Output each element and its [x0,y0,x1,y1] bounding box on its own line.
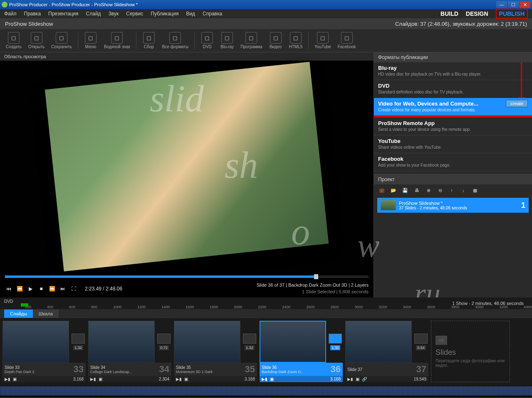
save-icon[interactable]: 💾 [401,187,409,194]
toolbar-Видео[interactable]: ◻Видео [267,30,285,51]
mode-design[interactable]: DESIGN [466,10,488,17]
menu-view[interactable]: Вид [186,11,195,17]
toolbar-Сохранить[interactable]: ◻Сохранить [49,30,74,51]
project-sub: 37 Slides - 2 minutes, 48.06 seconds [399,206,521,210]
play-icon[interactable]: ▶▮ [176,377,182,381]
print-icon[interactable]: 🖶 [413,187,421,194]
open-icon[interactable]: 📂 [390,187,397,194]
menu-file[interactable]: Файл [4,11,17,17]
toolbar-Программа[interactable]: ◻Программа [238,30,265,51]
slide-item[interactable]: 1.32Slide 33Depth Pan Dark 233▶▮▣3.168 [2,321,86,382]
transition-duration[interactable]: 1.32 [245,345,255,350]
menu-service[interactable]: Сервис [126,11,143,17]
ruler-summary: 1 Show - 2 minutes, 48.06 seconds [452,301,524,306]
rewind-button[interactable]: ⏪ [16,285,23,292]
first-button[interactable]: ⏮ [5,285,12,292]
toolbar-HTML5[interactable]: ◻HTML5 [287,30,305,51]
transition-icon[interactable] [157,334,171,344]
forward-button[interactable]: ⏩ [48,285,56,292]
play-icon[interactable]: ▶▮ [347,377,353,381]
slide-item[interactable]: 1.32Slide 36Backdrop Dark Zoom O..36▶▮▣3… [260,321,343,382]
slide-thumb[interactable] [174,321,240,363]
toolbar-Blu-ray[interactable]: ◻Blu-ray [218,30,236,51]
publish-item[interactable]: VimeoProduce and upload videos to Vimeo. [374,171,532,174]
grid-icon[interactable]: ▦ [471,187,479,194]
transition-duration[interactable]: 1.32 [330,345,340,350]
toolbar-icon: ◻ [85,32,97,44]
publish-item[interactable]: Video for Web, Devices and Compute...Cre… [374,98,532,116]
toolbar-DVD[interactable]: ◻DVD [198,30,216,51]
publish-item[interactable]: FacebookAdd your show to your Facebook p… [374,153,532,171]
briefcase-icon[interactable]: 💼 [378,187,386,194]
layers-icon[interactable]: ▣ [99,377,102,381]
mode-build[interactable]: BUILD [440,10,458,17]
publish-item[interactable]: Blu-rayHD video disc for playback on TVs… [374,62,532,80]
menu-sound[interactable]: Звук [109,11,119,17]
play-button[interactable]: ▶ [27,285,34,292]
menu-help[interactable]: Справка [203,11,222,17]
ruler: DVD 200400600800100012001400160018002000… [0,297,532,309]
transition-icon[interactable] [243,334,256,344]
layers-icon[interactable]: ▣ [184,377,188,381]
preview-canvas[interactable]: slid sh o [0,61,374,272]
toolbar-icon: ◻ [270,32,282,44]
slide-item[interactable]: 0.54Slide 3737▶▮▣🔗19.549 [345,321,428,382]
add-icon[interactable]: ⊕ [425,187,432,194]
minimize-button[interactable]: — [496,1,507,8]
play-icon[interactable]: ▶▮ [90,377,96,381]
toolbar-icon: ◻ [290,32,302,44]
publish-item[interactable]: ProShow Remote AppSend a video to your d… [374,118,532,135]
publish-item[interactable]: DVDStandard definition video disc for TV… [374,80,532,98]
toolbar-Открыть[interactable]: ◻Открыть [26,30,47,51]
transition-duration[interactable]: 0.72 [159,345,169,350]
play-icon[interactable]: ▶▮ [5,377,10,381]
toolbar-YouTube[interactable]: ◻YouTube [312,30,333,51]
transition-duration[interactable]: 0.54 [416,345,426,350]
toolbar-Сбор[interactable]: ◻Сбор [140,30,158,51]
preview-panel: Область просмотра slid sh o ⏮ ⏪ ▶ ■ ⏩ ⏭ … [0,52,374,297]
tab-slides[interactable]: Слайды [4,310,33,318]
tab-timeline[interactable]: Шкала [33,310,59,318]
menu-slide[interactable]: Слайд [86,11,101,17]
layers-icon[interactable]: ▣ [270,377,274,381]
slide-item[interactable]: 1.32Slide 35Momentum 3D 1 Dark35▶▮▣3.168 [174,321,257,382]
slide-thumb[interactable] [345,321,412,363]
toolbar-Водяной знак[interactable]: ◻Водяной знак [101,30,133,51]
toolbar-Все форматы[interactable]: ◻Все форматы [160,30,191,51]
slide-thumb[interactable] [88,321,155,363]
toolbar-Facebook[interactable]: ◻Facebook [335,30,359,51]
seek-bar[interactable] [5,275,369,278]
maximize-button[interactable]: ☐ [508,1,519,8]
publish-item[interactable]: YouTubeShare videos online with YouTube. [374,135,532,153]
stop-button[interactable]: ■ [37,285,45,292]
project-slide[interactable]: ProShow Slideshow * 37 Slides - 2 minute… [377,198,529,213]
play-icon[interactable]: ▶▮ [262,377,267,381]
drop-zone[interactable]: ABSlidesПеретащите сюда фотографию или в… [431,321,510,382]
mode-publish[interactable]: PUBLISH [496,9,528,19]
transport: ⏮ ⏪ ▶ ■ ⏩ ⏭ ⛶ 2:23.49 / 2:48.06 Slide 36… [0,280,374,297]
menu-publish[interactable]: Публикация [151,11,178,17]
ruler-label: DVD [4,299,13,304]
up-icon[interactable]: ↑ [448,187,455,194]
transition-icon[interactable] [72,334,85,344]
last-button[interactable]: ⏭ [59,285,67,292]
slide-thumb[interactable] [260,321,326,363]
down-icon[interactable]: ↓ [460,187,467,194]
menubar: Файл Правка Презентация Слайд Звук Серви… [0,9,532,18]
transition-icon[interactable] [329,334,342,344]
toolbar-Создать[interactable]: ◻Создать [3,30,24,51]
close-button[interactable]: ✕ [520,1,530,8]
fullscreen-button[interactable]: ⛶ [70,285,77,292]
waveform[interactable] [0,385,532,397]
create-button[interactable]: create [506,100,528,107]
menu-presentation[interactable]: Презентация [48,11,79,17]
remove-icon[interactable]: ⊖ [436,187,444,194]
menu-edit[interactable]: Правка [24,11,41,17]
slide-thumb[interactable] [2,321,69,363]
layers-icon[interactable]: ▣ [356,377,359,381]
transition-duration[interactable]: 1.32 [73,345,83,350]
slide-item[interactable]: 0.72Slide 34Collage Dark Landscap..34▶▮▣… [88,321,171,382]
toolbar-Меню[interactable]: ◻Меню [82,30,100,51]
transition-icon[interactable] [414,334,428,344]
layers-icon[interactable]: ▣ [13,377,17,381]
